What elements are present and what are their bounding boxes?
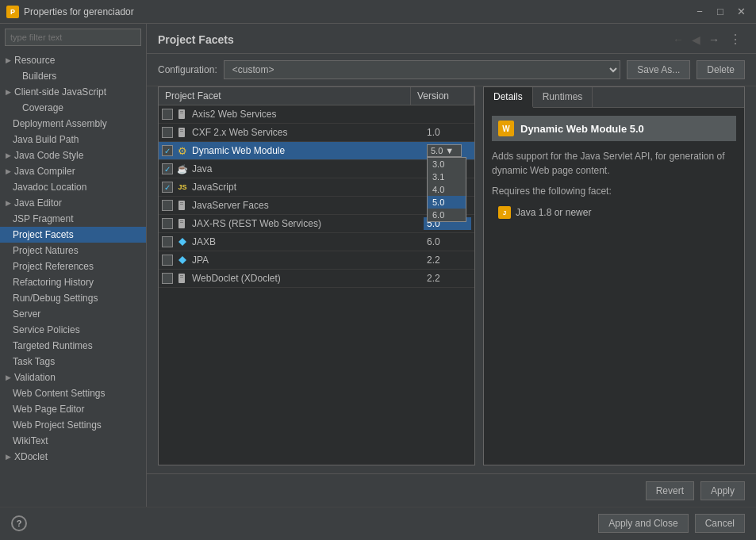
- sidebar-item-project-facets[interactable]: Project Facets: [0, 227, 146, 243]
- requires-label: Requires the following facet:: [492, 186, 736, 197]
- sidebar-item-jsp-fragment[interactable]: JSP Fragment: [0, 211, 146, 227]
- sidebar-item-client-side-js[interactable]: ▶Client-side JavaScript: [0, 84, 146, 100]
- expand-arrow-client-side-js: ▶: [3, 87, 13, 97]
- version-dropdown-dynamic-web[interactable]: 5.0 ▼3.03.14.05.06.0: [427, 144, 462, 157]
- facet-checkbox-java[interactable]: ✓: [162, 163, 173, 174]
- sidebar-item-wikitext[interactable]: WikiText: [0, 433, 146, 449]
- sidebar-item-java-code-style[interactable]: ▶Java Code Style: [0, 147, 146, 163]
- sidebar: ▶ResourceBuilders▶Client-side JavaScript…: [0, 24, 147, 507]
- facet-checkbox-axis2[interactable]: [162, 109, 173, 120]
- sidebar-label-coverage: Coverage: [22, 102, 63, 113]
- facet-icon-cxf: [176, 126, 189, 139]
- facet-name-java: Java: [192, 163, 424, 174]
- svg-rect-0: [178, 109, 185, 119]
- delete-button[interactable]: Delete: [697, 60, 745, 79]
- facet-version-webdoclet: 2.2: [424, 273, 471, 284]
- sidebar-item-deployment-assembly[interactable]: Deployment Assembly: [0, 116, 146, 132]
- facet-name-webdoclet: WebDoclet (XDoclet): [192, 273, 424, 284]
- details-panel: Details Runtimes W Dynamic Web Module 5.…: [483, 86, 745, 465]
- facet-checkbox-jaxb[interactable]: [162, 236, 173, 247]
- action-buttons: Apply and Close Cancel: [598, 514, 745, 533]
- save-as-button[interactable]: Save As...: [627, 60, 690, 79]
- facet-name-jax-rs: JAX-RS (REST Web Services): [192, 218, 424, 229]
- facet-row-cxf[interactable]: CXF 2.x Web Services1.0: [159, 124, 474, 142]
- bottom-buttons: Revert Apply: [147, 473, 756, 507]
- sidebar-item-validation[interactable]: ▶Validation: [0, 370, 146, 385]
- help-button[interactable]: ?: [11, 515, 27, 531]
- svg-rect-3: [178, 128, 185, 137]
- svg-rect-9: [178, 219, 185, 228]
- tab-details[interactable]: Details: [484, 87, 533, 108]
- sidebar-item-coverage[interactable]: Coverage: [0, 100, 146, 116]
- version-option-3.0[interactable]: 3.0: [428, 158, 466, 170]
- facet-name-dynamic-web: Dynamic Web Module: [192, 145, 424, 156]
- facet-checkbox-cxf[interactable]: [162, 127, 173, 138]
- maximize-button[interactable]: □: [712, 3, 729, 21]
- sidebar-item-builders[interactable]: Builders: [0, 68, 146, 84]
- close-button[interactable]: ✕: [732, 3, 750, 21]
- version-option-3.1[interactable]: 3.1: [428, 170, 466, 183]
- sidebar-item-server[interactable]: Server: [0, 306, 146, 322]
- tab-runtimes[interactable]: Runtimes: [533, 87, 593, 107]
- sidebar-label-web-content-settings: Web Content Settings: [13, 388, 106, 399]
- sidebar-item-java-build-path[interactable]: Java Build Path: [0, 132, 146, 147]
- sidebar-label-java-build-path: Java Build Path: [13, 134, 79, 145]
- sidebar-item-task-tags[interactable]: Task Tags: [0, 354, 146, 370]
- back-button[interactable]: ←: [670, 32, 687, 48]
- facet-checkbox-webdoclet[interactable]: [162, 273, 173, 284]
- sidebar-item-targeted-runtimes[interactable]: Targeted Runtimes: [0, 338, 146, 354]
- facets-header: Project Facet Version: [159, 87, 474, 105]
- facet-icon-java: ☕: [176, 163, 189, 175]
- details-content: W Dynamic Web Module 5.0 Adds support fo…: [484, 108, 744, 465]
- facet-name-jsf: JavaServer Faces: [192, 200, 424, 211]
- sidebar-item-web-project-settings[interactable]: Web Project Settings: [0, 417, 146, 433]
- sidebar-item-xdoclet[interactable]: ▶XDoclet: [0, 449, 146, 465]
- sidebar-item-service-policies[interactable]: Service Policies: [0, 322, 146, 338]
- facet-checkbox-jsf[interactable]: [162, 200, 173, 211]
- version-option-6.0[interactable]: 6.0: [428, 209, 466, 221]
- cancel-button[interactable]: Cancel: [695, 514, 745, 533]
- sidebar-item-resource[interactable]: ▶Resource: [0, 52, 146, 68]
- sidebar-item-javadoc-location[interactable]: Javadoc Location: [0, 179, 146, 195]
- sidebar-item-refactoring-history[interactable]: Refactoring History: [0, 274, 146, 290]
- svg-rect-14: [178, 274, 185, 283]
- sidebar-item-web-content-settings[interactable]: Web Content Settings: [0, 385, 146, 401]
- sidebar-label-run-debug-settings: Run/Debug Settings: [13, 293, 98, 304]
- sidebar-item-java-editor[interactable]: ▶Java Editor: [0, 195, 146, 211]
- facet-row-axis2[interactable]: Axis2 Web Services: [159, 105, 474, 124]
- version-option-4.0[interactable]: 4.0: [428, 183, 466, 196]
- svg-rect-11: [180, 222, 183, 223]
- apply-close-button[interactable]: Apply and Close: [598, 514, 688, 533]
- facet-checkbox-dynamic-web[interactable]: ✓: [162, 145, 173, 156]
- facet-row-webdoclet[interactable]: WebDoclet (XDoclet)2.2: [159, 270, 474, 288]
- sidebar-label-targeted-runtimes: Targeted Runtimes: [13, 340, 93, 351]
- facet-checkbox-jpa[interactable]: [162, 255, 173, 266]
- facets-body: Axis2 Web ServicesCXF 2.x Web Services1.…: [159, 105, 474, 465]
- facet-row-jaxb[interactable]: JAXB6.0: [159, 233, 474, 251]
- sidebar-item-project-references[interactable]: Project References: [0, 259, 146, 274]
- sidebar-item-java-compiler[interactable]: ▶Java Compiler: [0, 163, 146, 179]
- facet-checkbox-jax-rs[interactable]: [162, 218, 173, 229]
- filter-input[interactable]: [5, 29, 141, 46]
- more-options-button[interactable]: ⋮: [726, 30, 745, 48]
- facet-row-jpa[interactable]: JPA2.2: [159, 251, 474, 270]
- sidebar-label-validation: Validation: [14, 372, 56, 383]
- sidebar-label-project-references: Project References: [13, 261, 94, 272]
- sidebar-label-xdoclet: XDoclet: [14, 451, 48, 462]
- config-select[interactable]: <custom>: [224, 60, 621, 79]
- revert-button[interactable]: Revert: [646, 481, 694, 500]
- version-option-5.0[interactable]: 5.0: [428, 196, 466, 209]
- config-row: Configuration: <custom> Save As... Delet…: [147, 54, 756, 86]
- facet-version-dynamic-web[interactable]: 5.0 ▼3.03.14.05.06.0: [424, 144, 471, 157]
- minimize-button[interactable]: −: [691, 3, 708, 21]
- sidebar-item-project-natures[interactable]: Project Natures: [0, 243, 146, 259]
- facet-checkbox-javascript[interactable]: ✓: [162, 182, 173, 193]
- forward-button[interactable]: →: [705, 32, 723, 48]
- module-description: Adds support for the Java Servlet API, f…: [492, 149, 736, 178]
- sidebar-label-web-page-editor: Web Page Editor: [13, 404, 85, 415]
- facet-row-dynamic-web[interactable]: ✓⚙Dynamic Web Module5.0 ▼3.03.14.05.06.0: [159, 142, 474, 160]
- apply-button[interactable]: Apply: [700, 481, 745, 500]
- sidebar-item-web-page-editor[interactable]: Web Page Editor: [0, 401, 146, 417]
- col-header-facet: Project Facet: [159, 87, 411, 105]
- sidebar-item-run-debug-settings[interactable]: Run/Debug Settings: [0, 290, 146, 306]
